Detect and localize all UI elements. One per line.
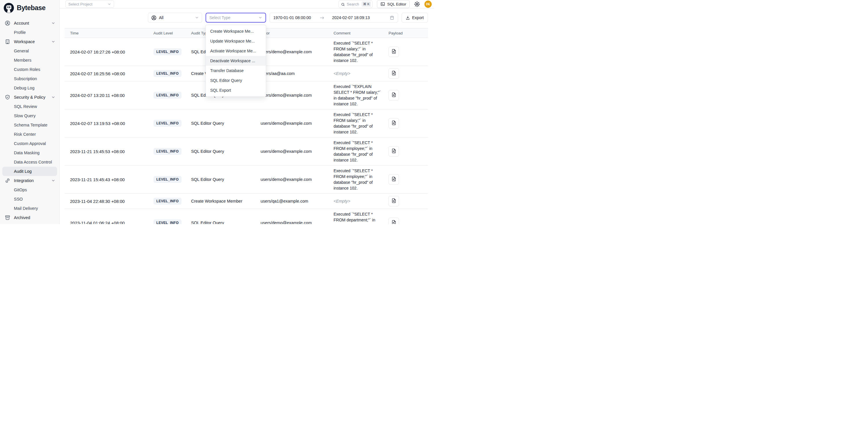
menu-item-update-workspace-me[interactable]: Update Workspace Me... (206, 36, 266, 46)
payload-view-button[interactable] (389, 196, 399, 206)
sidebar-item-audit-log[interactable]: Audit Log (2, 167, 57, 176)
calendar-icon (390, 15, 394, 20)
audit-level-badge: LEVEL_INFO (153, 120, 182, 127)
chevron-down-icon (195, 15, 199, 20)
column-header-comment: Comment (334, 31, 389, 35)
sidebar-item-security-policy[interactable]: Security & Policy (0, 93, 59, 102)
sidebar-item-members[interactable]: Members (0, 56, 59, 65)
sidebar-item-mail-delivery[interactable]: Mail Delivery (0, 204, 59, 213)
payload-view-button[interactable] (389, 174, 399, 185)
payload-view-button[interactable] (389, 68, 399, 79)
cell-time: 2024-02-07 16:25:56 +08:00 (65, 69, 153, 78)
menu-item-activate-workspace-me[interactable]: Activate Workspace Me... (206, 46, 266, 56)
cell-payload (389, 44, 428, 59)
terminal-icon (380, 2, 385, 6)
sidebar-item-account[interactable]: Account (0, 19, 59, 28)
sidebar-item-label: Custom Approval (14, 141, 46, 146)
chevron-down-icon (258, 15, 262, 20)
cell-audit-level: LEVEL_INFO (153, 195, 191, 207)
menu-item-create-workspace-me[interactable]: Create Workspace Me... (206, 26, 266, 36)
sidebar-item-sql-review[interactable]: SQL Review (0, 102, 59, 111)
date-range-start: 1970-01-01 08:00:00 (273, 15, 311, 20)
column-header-time: Time (65, 31, 153, 35)
cell-actor: users/demo@example.com (260, 175, 334, 184)
cell-actor: users/demo@example.com (260, 91, 334, 100)
audit-level-badge: LEVEL_INFO (153, 176, 182, 183)
date-range-end: 2024-02-07 18:09:13 (332, 15, 370, 20)
cell-actor: users/qa1@example.com (260, 196, 334, 206)
brand-logo[interactable]: Bytebase (0, 0, 59, 16)
sql-editor-button[interactable]: SQL Editor (377, 0, 410, 8)
sidebar-item-label: Subscription (14, 76, 37, 81)
chevron-down-icon (107, 2, 111, 6)
sidebar-item-profile[interactable]: Profile (0, 28, 59, 37)
cell-actor: users/demo@example.com (260, 119, 334, 128)
sidebar-item-integration[interactable]: Integration (0, 176, 59, 185)
sidebar-item-archived[interactable]: Archived (0, 213, 59, 222)
sidebar-item-custom-approval[interactable]: Custom Approval (0, 139, 59, 148)
menu-item-deactivate-workspace[interactable]: Deactivate Workspace ... (206, 56, 266, 66)
table-row: 2024-02-07 13:19:53 +08:00LEVEL_INFOSQL … (65, 109, 428, 137)
menu-item-transfer-database[interactable]: Transfer Database (206, 66, 266, 75)
search-input[interactable]: Search ⌘ K (338, 0, 373, 8)
sidebar-item-schema-template[interactable]: Schema Template (0, 120, 59, 130)
sidebar-item-label: Integration (14, 178, 34, 183)
sidebar-item-sso[interactable]: SSO (0, 194, 59, 204)
sidebar-item-workspace[interactable]: Workspace (0, 37, 59, 46)
download-icon (406, 15, 410, 20)
cell-audit-level: LEVEL_INFO (153, 174, 191, 185)
sidebar-item-label: Members (14, 58, 31, 63)
file-search-icon (391, 176, 397, 183)
sidebar-item-general[interactable]: General (0, 46, 59, 56)
sql-editor-label: SQL Editor (387, 2, 406, 6)
menu-item-sql-export[interactable]: SQL Export (206, 85, 266, 95)
sidebar-item-slow-query[interactable]: Slow Query (0, 111, 59, 120)
payload-view-button[interactable] (389, 118, 399, 128)
cell-audit-level: LEVEL_INFO (153, 68, 191, 79)
sidebar-item-label: Debug Log (14, 86, 34, 90)
avatar[interactable]: DE (425, 1, 432, 8)
table-row: 2023-11-21 15:45:43 +08:00LEVEL_INFOSQL … (65, 165, 428, 194)
cell-comment: Executed `"SELECT * FROM salary;"` in da… (334, 38, 389, 66)
sidebar: Bytebase AccountProfileWorkspaceGeneralM… (0, 0, 60, 224)
sidebar-item-label: SQL Review (14, 104, 37, 109)
payload-view-button[interactable] (389, 90, 399, 100)
sidebar-item-label: Profile (14, 30, 26, 35)
app-root: Bytebase AccountProfileWorkspaceGeneralM… (0, 0, 434, 224)
project-select[interactable]: Select Project (65, 0, 114, 8)
sidebar-item-data-masking[interactable]: Data Masking (0, 148, 59, 157)
cell-actor: users/demo@example.com (260, 218, 334, 224)
sidebar-item-custom-roles[interactable]: Custom Roles (0, 65, 59, 74)
cell-audit-level: LEVEL_INFO (153, 118, 191, 129)
sidebar-item-debug-log[interactable]: Debug Log (0, 83, 59, 93)
sidebar-item-label: Data Access Control (14, 160, 52, 164)
arrow-right-icon (320, 15, 324, 20)
settings-gear-icon[interactable] (414, 1, 420, 7)
cell-payload (389, 66, 428, 81)
building-icon (5, 39, 10, 44)
sidebar-item-label: Audit Log (14, 169, 32, 174)
sidebar-item-data-access-control[interactable]: Data Access Control (0, 157, 59, 167)
sidebar-item-label: Custom Roles (14, 67, 40, 72)
cell-time: 2023-11-04 01:06:24 +08:00 (65, 218, 153, 224)
export-button[interactable]: Export (402, 13, 428, 23)
file-search-icon (391, 49, 397, 55)
chevron-down-icon (51, 179, 55, 183)
sidebar-item-subscription[interactable]: Subscription (0, 74, 59, 83)
audit-type-filter-select[interactable]: Select Type (206, 13, 266, 23)
cell-comment: <Empty> (334, 196, 389, 206)
sidebar-item-label: Security & Policy (14, 95, 45, 100)
menu-item-sql-editor-query[interactable]: SQL Editor Query (206, 75, 266, 85)
cell-comment: Executed `"SELECT * FROM salary;"` in da… (334, 109, 389, 137)
sidebar-item-gitops[interactable]: GitOps (0, 185, 59, 194)
actor-filter-select[interactable]: All (148, 13, 202, 23)
link-icon (5, 178, 10, 184)
sidebar-item-risk-center[interactable]: Risk Center (0, 130, 59, 139)
file-search-icon (391, 70, 397, 77)
date-range-picker[interactable]: 1970-01-01 08:00:00 2024-02-07 18:09:13 (270, 13, 398, 23)
payload-view-button[interactable] (389, 218, 399, 224)
payload-view-button[interactable] (389, 46, 399, 57)
search-icon (341, 2, 345, 6)
audit-level-badge: LEVEL_INFO (153, 70, 182, 77)
payload-view-button[interactable] (389, 146, 399, 157)
